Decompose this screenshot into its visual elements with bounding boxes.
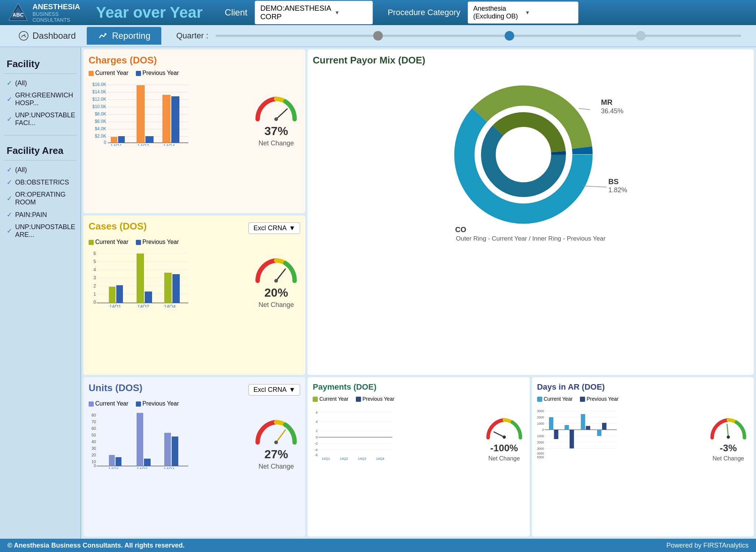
- cases-header: Cases (DOS) Excl CRNA ▼: [89, 221, 300, 236]
- svg-text:14Q1: 14Q1: [109, 304, 121, 307]
- svg-point-40: [498, 130, 549, 180]
- days-ar-svg: 3000 2000 1000 0 -1000 -2000 -3000 -4000…: [537, 405, 618, 460]
- svg-rect-84: [109, 455, 115, 466]
- sidebar-item-area-unp[interactable]: ✓ UNP:UNPOSTABLE ARE...: [4, 221, 77, 241]
- svg-rect-66: [145, 291, 152, 303]
- svg-text:14Q2: 14Q2: [137, 467, 148, 469]
- slider-thumb-1[interactable]: [373, 31, 383, 41]
- svg-text:14Q4: 14Q4: [163, 143, 175, 146]
- payments-chart-row: 6 4 2 0 -2 -4 -6 14Q1: [313, 405, 524, 462]
- svg-text:5: 5: [93, 259, 96, 264]
- svg-text:14Q2: 14Q2: [340, 457, 348, 460]
- svg-rect-130: [549, 417, 553, 430]
- charges-card: Charges (DOS) Current Year Previous Year…: [83, 49, 305, 213]
- svg-text:1: 1: [93, 291, 96, 297]
- svg-rect-26: [145, 136, 154, 143]
- sidebar-item-facility-unp[interactable]: ✓ UNP:UNPOSTABLE FACI...: [4, 109, 77, 129]
- proc-dropdown[interactable]: Anesthesia (Excluding OB) ▼: [468, 1, 578, 24]
- footer-powered: Powered by FIRSTAnalytics: [666, 542, 749, 549]
- client-label: Client: [225, 7, 247, 18]
- units-excl-button[interactable]: Excl CRNA ▼: [248, 384, 300, 396]
- header: ABC ANESTHESIA BUSINESS CONSULTANTS Year…: [0, 0, 756, 25]
- svg-text:14Q2: 14Q2: [137, 143, 149, 146]
- sidebar-item-area-ob[interactable]: ✓ OB:OBSTETRICS: [4, 176, 77, 189]
- days-ar-gauge-label: Net Change: [712, 455, 744, 462]
- cases-title: Cases (DOS): [89, 221, 147, 232]
- svg-text:$6.0K: $6.0K: [95, 119, 106, 124]
- svg-text:-1000: -1000: [537, 434, 544, 438]
- svg-text:2000: 2000: [537, 415, 544, 419]
- svg-text:40: 40: [92, 439, 96, 444]
- charges-svg: $16.0K $14.0K $12.0K $10.0K $8.0K $6.0K …: [89, 79, 192, 146]
- svg-text:CO: CO: [455, 225, 466, 232]
- slider-thumb-3[interactable]: [636, 31, 646, 41]
- charges-chart-row: $16.0K $14.0K $12.0K $10.0K $8.0K $6.0K …: [89, 79, 300, 147]
- svg-rect-132: [564, 425, 569, 430]
- svg-text:14Q4: 14Q4: [164, 304, 176, 307]
- svg-text:MR: MR: [601, 98, 613, 106]
- cases-bar-chart: 6 5 4 3 2 1 0: [89, 248, 248, 309]
- svg-rect-28: [171, 96, 179, 143]
- days-ar-gauge: -3% Net Change: [708, 415, 749, 462]
- check-icon: ✓: [7, 166, 12, 174]
- excl-chevron-icon: ▼: [289, 224, 296, 232]
- svg-rect-23: [111, 137, 117, 143]
- svg-text:$14.0K: $14.0K: [92, 89, 106, 94]
- client-dropdown[interactable]: DEMO:ANESTHESIA CORP ▼: [255, 1, 373, 24]
- logo-icon: ABC: [7, 2, 29, 23]
- svg-line-32: [276, 109, 287, 119]
- cases-excl-button[interactable]: Excl CRNA ▼: [248, 222, 300, 234]
- units-legend: Current Year Previous Year: [89, 400, 300, 407]
- slider-thumb-2[interactable]: [505, 31, 514, 41]
- svg-line-72: [276, 269, 285, 281]
- units-gauge-pct: 27%: [264, 448, 288, 461]
- sidebar-item-facility-all[interactable]: ✓ (All): [4, 77, 77, 89]
- sidebar-item-area-or[interactable]: ✓ OR:OPERATING ROOM: [4, 189, 77, 208]
- svg-rect-136: [597, 430, 601, 436]
- sidebar-item-area-all[interactable]: ✓ (All): [4, 163, 77, 176]
- svg-text:ABC: ABC: [13, 12, 24, 18]
- days-ar-title: Days in AR (DOE): [537, 382, 749, 392]
- days-ar-gauge-pct: -3%: [720, 442, 737, 454]
- svg-text:14Q1: 14Q1: [322, 457, 330, 460]
- svg-text:6: 6: [93, 251, 96, 256]
- svg-point-33: [274, 117, 278, 121]
- tab-dashboard[interactable]: Dashboard: [7, 27, 87, 45]
- charges-gauge-label: Net Change: [258, 139, 294, 147]
- sidebar-item-area-pain[interactable]: ✓ PAIN:PAIN: [4, 208, 77, 221]
- charges-legend: Current Year Previous Year: [89, 70, 300, 76]
- svg-rect-68: [172, 274, 180, 303]
- units-chart-row: 80 70 60 50 40 30 20 10 0: [89, 410, 300, 470]
- units-gauge-svg: [252, 417, 300, 446]
- tab-reporting[interactable]: Reporting: [87, 27, 161, 45]
- payments-bar-chart: 6 4 2 0 -2 -4 -6 14Q1: [313, 405, 480, 462]
- check-icon: ✓: [7, 211, 12, 219]
- check-icon: ✓: [7, 115, 12, 123]
- sidebar: Facility ✓ (All) ✓ GRH:GREENWICH HOSP...…: [0, 47, 81, 539]
- cases-gauge-label: Net Change: [258, 301, 294, 309]
- days-ar-chart-row: 3000 2000 1000 0 -1000 -2000 -3000 -4000…: [537, 405, 749, 462]
- svg-text:2: 2: [93, 283, 96, 289]
- quarter-slider[interactable]: [208, 35, 749, 37]
- days-ar-card: Days in AR (DOE) Current Year Previous Y…: [532, 377, 754, 537]
- days-ar-legend: Current Year Previous Year: [537, 396, 749, 402]
- svg-text:$4.0K: $4.0K: [95, 126, 106, 131]
- svg-text:-3000: -3000: [537, 447, 544, 451]
- svg-text:14Q4: 14Q4: [376, 457, 385, 460]
- payor-donut-svg: MR 36.45% BS 1.82% CO 61.74%: [420, 70, 642, 232]
- page-title: Year over Year: [96, 4, 203, 21]
- sidebar-item-facility-grh[interactable]: ✓ GRH:GREENWICH HOSP...: [4, 89, 77, 109]
- svg-text:20: 20: [92, 453, 96, 457]
- svg-text:0: 0: [104, 140, 106, 145]
- svg-text:14Q4: 14Q4: [164, 467, 175, 469]
- svg-point-140: [727, 435, 730, 439]
- content-grid: Charges (DOS) Current Year Previous Year…: [81, 47, 756, 539]
- payments-gauge: -100% Net Change: [484, 415, 525, 462]
- charges-gauge-pct: 37%: [264, 124, 288, 138]
- units-card: Units (DOS) Excl CRNA ▼ Current Year Pre…: [83, 377, 305, 537]
- facility-section-title: Facility: [4, 55, 77, 74]
- client-dropdown-chevron: ▼: [334, 10, 367, 15]
- payor-ring-note: Outer Ring - Current Year / Inner Ring -…: [456, 235, 605, 242]
- svg-rect-86: [137, 413, 143, 466]
- svg-text:70: 70: [92, 420, 96, 424]
